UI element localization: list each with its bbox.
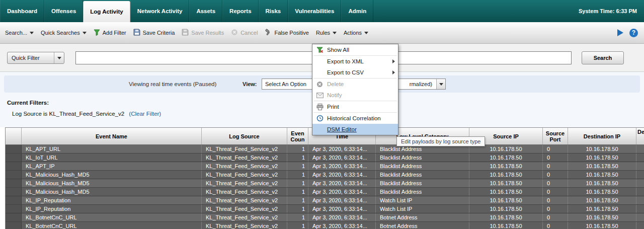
search-button[interactable]: Search [582,51,624,64]
row-indicator[interactable] [6,188,22,196]
menu-item-export-to-xml[interactable]: Export to XML [312,56,398,67]
quick-filter-dropdown[interactable]: Quick Filter [7,52,64,64]
cell-destination-port [636,213,644,221]
dsm-editor-tooltip: Edit payloads by log source type [396,136,485,146]
add-filter-button[interactable]: Add Filter [94,29,126,37]
menu-item-export-to-csv[interactable]: Export to CSV [312,67,398,78]
clock-icon [316,115,324,122]
row-indicator[interactable] [6,179,22,187]
menu-item-label: Export to XML [327,58,364,64]
cell-event-count: 1 [287,179,308,187]
actions-menu-button[interactable]: Actions [344,30,368,36]
nav-tab-assets[interactable]: Assets [189,0,222,22]
row-indicator[interactable] [6,213,22,221]
table-row[interactable]: KL_IoT_URL KL_Threat_Feed_Service_v2 1 A… [6,154,644,162]
header-destination-port[interactable]: Destination Port [636,128,644,144]
cell-destination-ip: 10.16.178.50 [568,171,636,179]
cell-destination-port [636,145,644,153]
table-row[interactable]: KL_Malicious_Hash_MD5 KL_Threat_Feed_Ser… [6,171,644,179]
cell-destination-port [636,171,644,179]
header-destination-ip[interactable]: Destination IP [568,128,636,144]
menu-item-print[interactable]: Print [312,101,398,112]
cancel-button[interactable]: Cancel [231,29,258,37]
cell-time: Apr 3, 2020, 6:33:14... [308,188,376,196]
header-indicator [6,128,22,144]
table-row[interactable]: KL_APT_IP KL_Threat_Feed_Service_v2 1 Ap… [6,162,644,171]
cell-source-ip: 10.16.178.50 [469,213,543,221]
cell-event-count: 1 [287,188,308,196]
row-indicator[interactable] [6,205,22,213]
cell-source-port: 0 [543,213,568,221]
notify-envelope-icon [316,93,324,98]
cell-event-count: 1 [287,162,308,170]
cell-destination-ip: 10.16.178.50 [568,196,636,204]
cell-log-source: KL_Threat_Feed_Service_v2 [202,213,287,221]
search-menu-button[interactable]: Search... [5,30,34,36]
menu-item-label: Export to CSV [327,69,364,75]
cell-category: Blacklist Address [376,162,469,170]
table-row[interactable]: KL_IP_Reputation KL_Threat_Feed_Service_… [6,196,644,205]
nav-tab-reports[interactable]: Reports [222,0,258,22]
cell-destination-port [636,196,644,204]
actions-label: Actions [344,30,362,36]
cell-source-port: 0 [543,171,568,179]
menu-item-delete[interactable]: Delete [312,79,398,90]
play-resume-icon[interactable] [617,29,623,36]
cell-category: Botnet Address [376,213,469,221]
nav-tab-vulnerabilities[interactable]: Vulnerabilities [288,0,341,22]
show-all-icon [316,47,324,53]
save-criteria-button[interactable]: Save Criteria [133,29,175,37]
table-row[interactable]: KL_Malicious_Hash_MD5 KL_Threat_Feed_Ser… [6,179,644,188]
nav-tab-log-activity[interactable]: Log Activity [83,1,130,22]
display-select-value-partial: rmalized) [410,81,432,87]
nav-tab-network-activity[interactable]: Network Activity [130,0,190,22]
table-row[interactable]: KL_APT_URL KL_Threat_Feed_Service_v2 1 A… [6,145,644,154]
cell-destination-port [636,222,644,229]
chevron-down-icon [83,32,87,34]
cell-event-name: KL_IoT_URL [22,154,202,162]
nav-tab-offenses[interactable]: Offenses [44,0,83,22]
cell-destination-port [636,205,644,213]
table-row[interactable]: KL_BotnetCnC_URL KL_Threat_Feed_Service_… [6,222,644,229]
cell-event-count: 1 [287,222,308,229]
quick-searches-button[interactable]: Quick Searches [41,30,87,36]
row-indicator[interactable] [6,171,22,179]
actions-dropdown-menu: Show All Export to XML Export to CSV Del… [312,44,398,135]
cell-event-name: KL_Malicious_Hash_MD5 [22,188,202,196]
rules-menu-button[interactable]: Rules [316,30,337,36]
row-indicator[interactable] [6,222,22,229]
cell-event-count: 1 [287,213,308,221]
header-log-source[interactable]: Log Source [202,128,287,144]
row-indicator[interactable] [6,196,22,204]
nav-tab-risks[interactable]: Risks [259,0,288,22]
cell-category: Blacklist Address [376,179,469,187]
menu-item-notify[interactable]: Notify [312,90,398,101]
header-event-count[interactable]: Even Coun [287,128,308,144]
save-results-button[interactable]: Save Results [182,29,224,37]
cell-log-source: KL_Threat_Feed_Service_v2 [202,162,287,170]
row-indicator[interactable] [6,145,22,153]
menu-item-label: Delete [327,81,344,87]
chevron-down-icon [364,32,368,34]
table-row[interactable]: KL_Malicious_Hash_MD5 KL_Threat_Feed_Ser… [6,188,644,196]
menu-item-dsm-editor[interactable]: DSM Editor [312,124,398,135]
header-event-name[interactable]: Event Name [22,128,202,144]
false-positive-button[interactable]: False Positive [265,29,308,37]
cell-destination-ip: 10.16.178.50 [568,205,636,213]
header-source-port[interactable]: Source Port [543,128,568,144]
nav-tab-admin[interactable]: Admin [341,0,373,22]
clear-filter-link[interactable]: (Clear Filter) [129,111,161,117]
table-row[interactable]: KL_IP_Reputation KL_Threat_Feed_Service_… [6,205,644,213]
cell-source-ip: 10.16.178.50 [469,179,543,187]
cell-category: Botnet Address [376,222,469,229]
cell-source-port: 0 [543,162,568,170]
row-indicator[interactable] [6,162,22,170]
nav-tab-dashboard[interactable]: Dashboard [0,0,44,22]
help-icon[interactable]: ? [629,29,638,37]
cell-event-count: 1 [287,145,308,153]
table-row[interactable]: KL_BotnetCnC_URL KL_Threat_Feed_Service_… [6,213,644,222]
menu-item-show-all[interactable]: Show All [312,44,398,55]
cell-time: Apr 3, 2020, 6:33:14... [308,205,376,213]
row-indicator[interactable] [6,154,22,162]
menu-item-historical-correlation[interactable]: Historical Correlation [312,113,398,124]
